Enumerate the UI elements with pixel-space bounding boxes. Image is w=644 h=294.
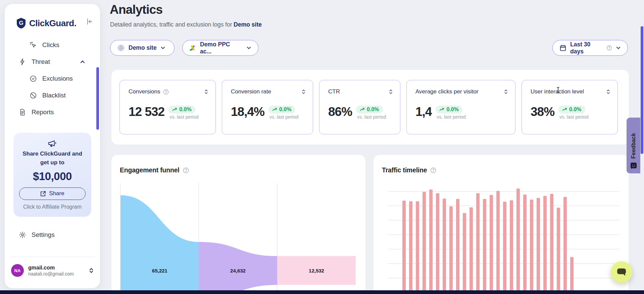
app-window: G ClickGuard. Clicks Threat — [0, 0, 644, 294]
share-button[interactable]: Share — [19, 187, 86, 200]
traffic-bar — [570, 257, 574, 294]
cursor-click-icon — [30, 41, 37, 49]
feedback-tab[interactable]: Feedback — [627, 118, 640, 173]
site-selector-value: Demo site — [129, 44, 157, 51]
traffic-bar — [543, 196, 547, 294]
kpi-card-conversion-rate: Conversion rate 18,4% 0.0% vs. last peri… — [222, 80, 313, 134]
gear-icon — [19, 231, 26, 239]
chat-launcher-button[interactable] — [611, 261, 632, 283]
kpi-title: Average clicks per visitor — [415, 88, 479, 95]
traffic-bar — [449, 206, 453, 294]
kpi-value: 12 532 — [129, 105, 164, 119]
traffic-bars[interactable] — [396, 186, 577, 294]
brand-shield-icon: G — [16, 17, 26, 29]
trend-up-icon — [172, 108, 177, 112]
kpi-change: 0.0% — [446, 107, 458, 113]
traffic-bar — [563, 197, 567, 294]
avatar: NA — [11, 264, 24, 277]
funnel-chart[interactable] — [120, 181, 359, 294]
kpi-value: 38% — [531, 105, 554, 119]
kpi-card-conversions: Conversions 12 532 0.0% vs — [119, 80, 216, 134]
traffic-bar — [490, 195, 493, 294]
user-account[interactable]: NA gmail.com naatali.ro@gmail.com — [11, 264, 94, 277]
sidebar-collapse-icon[interactable] — [85, 17, 94, 26]
kpi-change-badge: 0.0% — [168, 106, 195, 114]
traffic-bar — [530, 200, 533, 294]
external-link-icon — [40, 191, 46, 197]
kpi-compare: vs. last period — [356, 114, 386, 120]
page-subtitle-site: Demo site — [234, 21, 262, 28]
page-title: Analytics — [110, 3, 162, 17]
metric-sort-icon[interactable] — [504, 89, 508, 94]
traffic-bar — [510, 200, 513, 294]
sidebar-item-blacklist[interactable]: Blacklist — [5, 87, 100, 104]
kpi-card-user-interaction: User interaction level 38% 0.0% vs. last… — [522, 80, 618, 134]
google-ads-icon — [189, 45, 196, 51]
lightning-icon — [19, 58, 26, 66]
affiliate-link[interactable]: Click to Affiliate Program — [13, 204, 91, 210]
brand-logo[interactable]: G ClickGuard. — [16, 17, 76, 29]
share-button-label: Share — [49, 190, 64, 197]
brand-name: ClickGuard. — [29, 18, 76, 29]
metric-sort-icon[interactable] — [204, 89, 208, 94]
date-range-value: Last 30 days — [570, 41, 603, 55]
help-icon[interactable] — [606, 45, 612, 51]
kpi-title: Conversion rate — [231, 88, 271, 95]
sidebar-item-reports[interactable]: Reports — [5, 104, 100, 121]
megaphone-icon — [47, 139, 57, 148]
sidebar-item-threat[interactable]: Threat — [5, 53, 100, 70]
sidebar-item-clicks[interactable]: Clicks — [5, 37, 100, 53]
kpi-change-badge: 0.0% — [436, 106, 462, 114]
affiliate-promo-card[interactable]: Share ClickGuard and get up to $10,000 S… — [13, 133, 91, 217]
traffic-bar — [503, 202, 506, 294]
window-bottom-edge — [0, 290, 644, 294]
metric-sort-icon[interactable] — [389, 89, 393, 94]
site-selector[interactable]: Demo site — [110, 40, 175, 56]
date-range-selector[interactable]: Last 30 days — [552, 40, 628, 56]
traffic-bar — [416, 201, 419, 294]
traffic-bar — [436, 193, 439, 294]
ppc-account-selector[interactable]: Demo PPC ac... — [182, 40, 258, 56]
traffic-bar — [443, 199, 446, 294]
metric-sort-icon[interactable] — [606, 89, 610, 94]
traffic-bar — [557, 208, 560, 294]
help-icon[interactable] — [183, 167, 189, 173]
metric-sort-icon[interactable] — [302, 89, 305, 94]
kpi-card-ctr: CTR 86% 0.0% vs. last period — [319, 80, 400, 134]
sidebar-divider — [10, 257, 95, 257]
kpi-change-badge: 0.0% — [558, 106, 585, 114]
traffic-timeline-panel: Traffic timeline — [374, 155, 629, 294]
traffic-bar — [483, 199, 486, 294]
sidebar-item-label: Clicks — [42, 41, 59, 49]
page-subtitle: Detailed analytics, traffic and exclusio… — [110, 21, 262, 28]
scrollbar-thumb[interactable] — [641, 26, 643, 154]
chevron-down-icon — [160, 45, 165, 50]
chat-bubble-icon — [616, 268, 627, 277]
help-icon[interactable] — [163, 89, 169, 95]
feedback-smiley-icon — [630, 162, 637, 169]
funnel-stage-value: 65,221 — [152, 268, 167, 274]
traffic-bar — [523, 195, 527, 294]
trend-up-icon — [272, 108, 277, 112]
traffic-bar — [550, 194, 553, 294]
kpi-value: 1,4 — [415, 105, 432, 119]
funnel-stage-value: 12,532 — [309, 268, 324, 274]
chevron-up-icon — [80, 59, 85, 65]
sidebar-item-label: Threat — [32, 58, 50, 66]
timeline-title-text: Traffic timeline — [382, 166, 427, 174]
traffic-bar — [409, 201, 412, 294]
sidebar: G ClickGuard. Clicks Threat — [5, 4, 100, 288]
trend-up-icon — [562, 108, 567, 112]
kpi-title: Conversions — [129, 88, 160, 95]
kpi-compare: vs. last period — [168, 114, 198, 120]
sidebar-item-settings[interactable]: Settings — [19, 231, 55, 239]
svg-text:G: G — [19, 20, 23, 26]
promo-text-line2: get up to — [13, 158, 91, 167]
kpi-change: 0.0% — [569, 107, 581, 113]
traffic-bar — [402, 201, 406, 294]
unfold-icon — [89, 267, 94, 274]
kpi-change-badge: 0.0% — [268, 106, 295, 114]
help-icon[interactable] — [430, 167, 436, 173]
sidebar-item-exclusions[interactable]: Exclusions — [5, 70, 100, 87]
sidebar-item-label: Reports — [32, 109, 54, 116]
